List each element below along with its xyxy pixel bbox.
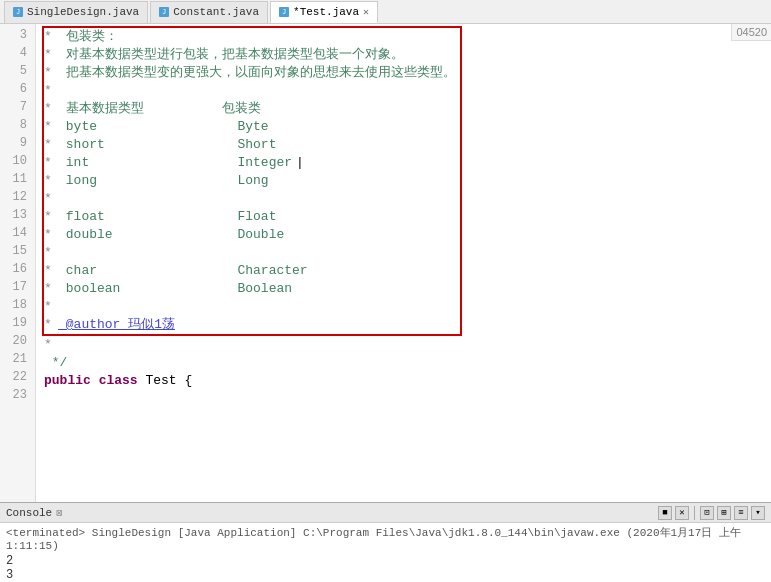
star: *: [44, 154, 56, 172]
star: *: [44, 208, 56, 226]
console-output: 2 3: [6, 554, 765, 582]
line-num: 22: [8, 368, 27, 386]
output-line-1: 2: [6, 554, 765, 568]
line-text: 包装类：: [58, 28, 118, 46]
tab-single-design[interactable]: J SingleDesign.java: [4, 1, 148, 23]
keyword-public: public: [44, 372, 91, 390]
line-text: byte Byte: [58, 118, 269, 136]
line-num: 12: [8, 188, 27, 206]
console-close-btn[interactable]: ✕: [675, 506, 689, 520]
star: *: [44, 172, 56, 190]
code-line-22: public class Test {: [44, 372, 763, 390]
console-content: <terminated> SingleDesign [Java Applicat…: [0, 523, 771, 582]
console-path: <terminated> SingleDesign [Java Applicat…: [6, 525, 765, 552]
star: *: [44, 316, 56, 334]
console-title: Console ⊠: [6, 507, 62, 519]
line-num: 8: [8, 116, 27, 134]
bottom-panel: Console ⊠ ■ ✕ ⊡ ⊞ ≡ ▾ <terminated> Singl…: [0, 502, 771, 582]
star: *: [44, 64, 56, 82]
code-line-6: *: [44, 82, 456, 100]
tab-test[interactable]: J *Test.java ✕: [270, 1, 378, 23]
editor-wrapper: 04520 3 4 5 6 7 8 9 10 11 12 13 14 15 16…: [0, 24, 771, 502]
line-num: 4: [8, 44, 27, 62]
tab-close-icon[interactable]: ✕: [363, 6, 369, 18]
console-pin-btn[interactable]: ≡: [734, 506, 748, 520]
line-text: 对基本数据类型进行包装，把基本数据类型包装一个对象。: [58, 46, 404, 64]
star: *: [44, 190, 56, 208]
star: *: [44, 100, 56, 118]
line-num: 11: [8, 170, 27, 188]
code-line-19: * @author 玛似1荡: [44, 316, 456, 334]
code-line-9: * short Short: [44, 136, 456, 154]
tab-constant[interactable]: J Constant.java: [150, 1, 268, 23]
code-line-3: * 包装类：: [44, 28, 456, 46]
line-num: 16: [8, 260, 27, 278]
console-scroll-lock-btn[interactable]: ⊡: [700, 506, 714, 520]
star: *: [44, 298, 56, 316]
java-icon: J: [159, 7, 169, 17]
console-stop-btn[interactable]: ■: [658, 506, 672, 520]
line-text: float Float: [58, 208, 276, 226]
line-text: double Double: [58, 226, 284, 244]
line-num: 5: [8, 62, 27, 80]
line-num: 21: [8, 350, 27, 368]
tab-bar: J SingleDesign.java J Constant.java J *T…: [0, 0, 771, 24]
line-text: long Long: [58, 172, 269, 190]
line-text: int Integer: [58, 154, 292, 172]
code-line-5: * 把基本数据类型变的更强大，以面向对象的思想来去使用这些类型。: [44, 64, 456, 82]
code-line-11: * long Long: [44, 172, 456, 190]
line-numbers: 3 4 5 6 7 8 9 10 11 12 13 14 15 16 17 18…: [0, 24, 36, 502]
star: *: [44, 262, 56, 280]
code-line-13: * float Float: [44, 208, 456, 226]
console-actions: ■ ✕ ⊡ ⊞ ≡ ▾: [658, 506, 765, 520]
console-minimize-btn[interactable]: ▾: [751, 506, 765, 520]
line-text: */: [44, 354, 67, 372]
tab-single-design-label: SingleDesign.java: [27, 6, 139, 18]
star: *: [44, 226, 56, 244]
line-num: 7: [8, 98, 27, 116]
code-line-20: *: [44, 336, 763, 354]
cursor-indicator: |: [296, 154, 304, 172]
code-line-10: * int Integer |: [44, 154, 456, 172]
console-label: Console: [6, 507, 52, 519]
star: *: [44, 82, 56, 100]
code-line-4: * 对基本数据类型进行包装，把基本数据类型包装一个对象。: [44, 46, 456, 64]
line-num: 10: [8, 152, 27, 170]
line-num: 23: [8, 386, 27, 404]
space: [91, 372, 99, 390]
line-text: short Short: [58, 136, 276, 154]
star: *: [44, 244, 56, 262]
java-icon: J: [279, 7, 289, 17]
keyword-class: class: [99, 372, 138, 390]
code-line-14: * double Double: [44, 226, 456, 244]
code-line-23: [44, 390, 763, 408]
code-line-21: */: [44, 354, 763, 372]
line-num: 14: [8, 224, 27, 242]
star: *: [44, 46, 56, 64]
tab-constant-label: Constant.java: [173, 6, 259, 18]
code-line-18: *: [44, 298, 456, 316]
line-num: 20: [8, 332, 27, 350]
code-line-15: *: [44, 244, 456, 262]
code-line-7: * 基本数据类型 包装类: [44, 100, 456, 118]
star: *: [44, 136, 56, 154]
author-tag: @author 玛似1荡: [58, 316, 175, 334]
line-text: boolean Boolean: [58, 280, 292, 298]
console-title-suffix: ⊠: [56, 507, 62, 519]
class-name: Test {: [138, 372, 193, 390]
star: *: [44, 28, 56, 46]
code-line-8: * byte Byte: [44, 118, 456, 136]
java-icon: J: [13, 7, 23, 17]
star: *: [44, 118, 56, 136]
editor-container: 3 4 5 6 7 8 9 10 11 12 13 14 15 16 17 18…: [0, 24, 771, 502]
line-num: 13: [8, 206, 27, 224]
code-area[interactable]: * 包装类： * 对基本数据类型进行包装，把基本数据类型包装一个对象。 * 把基…: [36, 24, 771, 502]
console-clear-btn[interactable]: ⊞: [717, 506, 731, 520]
divider: [694, 506, 695, 520]
output-line-2: 3: [6, 568, 765, 582]
line-num: 3: [8, 26, 27, 44]
console-header: Console ⊠ ■ ✕ ⊡ ⊞ ≡ ▾: [0, 503, 771, 523]
star: *: [44, 336, 56, 354]
star: *: [44, 280, 56, 298]
line-num: 9: [8, 134, 27, 152]
